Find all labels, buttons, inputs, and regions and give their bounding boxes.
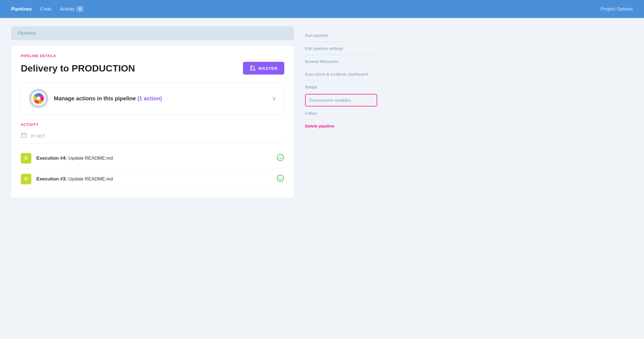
svg-point-20: [277, 175, 283, 181]
nav-activity[interactable]: Activity 6: [60, 6, 83, 12]
pipeline-title: Delivery to PRODUCTION: [21, 63, 135, 74]
table-row: O Execution #4: Update README.md: [21, 148, 284, 169]
table-row: O Execution #3: Update README.md: [21, 169, 284, 190]
date-row: 27 OCT: [21, 132, 284, 144]
sidebar-edit-settings[interactable]: Edit pipeline settings: [305, 42, 377, 55]
header: Pipelines Code Activity 6 Project Option…: [0, 0, 644, 18]
chevron-down-icon: ∨: [272, 95, 276, 102]
svg-rect-5: [38, 105, 40, 108]
sidebar-run-pipeline[interactable]: Run pipeline: [305, 29, 377, 42]
gear-icon: [29, 89, 48, 108]
svg-rect-13: [22, 133, 26, 138]
sidebar-follow[interactable]: Follow: [305, 107, 377, 120]
svg-point-12: [37, 96, 40, 100]
sidebar-executions-dashboard[interactable]: Executions & incidents dashboard: [305, 68, 377, 81]
activity-label: ACTIVITY: [21, 123, 284, 127]
breadcrumb: Pipelines: [11, 26, 294, 40]
actions-accordion[interactable]: Manage actions in this pipeline (1 actio…: [21, 82, 284, 114]
happy-icon: [277, 174, 284, 184]
right-sidebar: Run pipeline Edit pipeline settings Brow…: [305, 26, 377, 198]
left-content: Pipelines PIPELINE DETAILS Delivery to P…: [11, 26, 294, 198]
svg-point-17: [277, 154, 283, 160]
pipeline-title-row: Delivery to PRODUCTION MASTER: [21, 62, 284, 75]
branch-icon: [250, 65, 256, 71]
main-container: Pipelines PIPELINE DETAILS Delivery to P…: [0, 18, 388, 206]
header-nav: Pipelines Code Activity 6: [11, 6, 83, 12]
nav-pipelines[interactable]: Pipelines: [11, 6, 32, 12]
calendar-icon: [21, 132, 27, 140]
sidebar-env-variables[interactable]: Environment variables: [305, 94, 377, 106]
svg-rect-6: [29, 98, 32, 100]
svg-rect-4: [38, 89, 40, 92]
activity-badge: 6: [77, 6, 83, 12]
pipeline-card: PIPELINE DETAILS Delivery to PRODUCTION …: [11, 46, 294, 198]
activity-section: ACTIVITY 27 OCT O Execution #4: Update R…: [21, 123, 284, 190]
sidebar-delete-pipeline[interactable]: Delete pipeline: [305, 120, 377, 132]
svg-rect-7: [45, 98, 48, 100]
actions-text: Manage actions in this pipeline (1 actio…: [54, 95, 266, 102]
actions-count: (1 action): [137, 95, 162, 101]
nav-code[interactable]: Code: [40, 6, 52, 12]
sidebar-browse-filesystem[interactable]: Browse filesystem: [305, 55, 377, 68]
date-text: 27 OCT: [31, 134, 45, 138]
exec-text: Execution #4: Update README.md: [36, 156, 272, 161]
pipeline-details-label: PIPELINE DETAILS: [21, 54, 284, 58]
exec-badge: O: [21, 174, 31, 184]
sidebar-badge[interactable]: Badge: [305, 81, 377, 93]
exec-badge: O: [21, 153, 31, 164]
exec-text: Execution #3: Update README.md: [36, 176, 272, 182]
master-button[interactable]: MASTER: [243, 62, 284, 75]
happy-icon: [277, 154, 284, 163]
nav-project-options[interactable]: Project Options: [601, 6, 633, 12]
